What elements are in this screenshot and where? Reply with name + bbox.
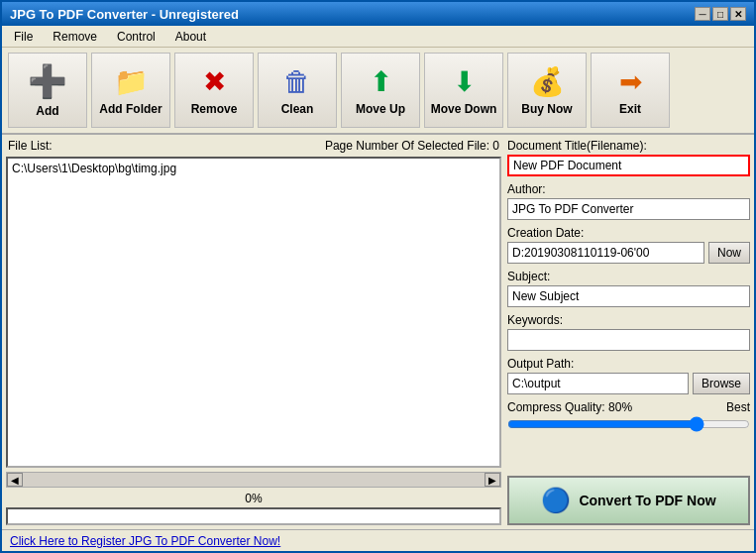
move-down-button[interactable]: ⬇ Move Down [424,53,503,128]
creation-date-row: Now [507,242,750,264]
add-button[interactable]: ➕ Add [8,53,87,128]
now-button[interactable]: Now [708,242,750,264]
buy-icon: 💰 [530,65,565,98]
menu-file[interactable]: File [6,28,41,46]
move-up-icon: ⬆ [370,65,392,98]
convert-button[interactable]: 🔵 Convert To PDF Now [507,476,750,525]
buy-now-button[interactable]: 💰 Buy Now [507,53,587,128]
menu-about[interactable]: About [167,28,214,46]
buy-label: Buy Now [521,102,572,116]
progress-area: 0% [6,492,501,525]
close-button[interactable]: ✕ [730,7,746,21]
add-icon: ➕ [28,62,67,100]
clean-button[interactable]: 🗑 Clean [258,53,337,128]
creation-date-input[interactable] [507,242,704,264]
move-down-icon: ⬇ [453,65,476,98]
document-title-label: Document Title(Filename): [507,139,750,153]
exit-icon: ➡ [619,65,642,98]
convert-icon: 🔵 [541,487,571,514]
clean-label: Clean [281,102,314,116]
main-area: File List: Page Number Of Selected File:… [2,135,754,529]
compress-best: Best [726,400,750,414]
progress-label: 0% [245,492,262,505]
scroll-left-arrow[interactable]: ◀ [7,473,23,487]
title-bar: JPG To PDF Converter - Unregistered ─ □ … [2,2,754,26]
creation-date-group: Creation Date: Now [507,226,750,264]
left-panel: File List: Page Number Of Selected File:… [6,139,501,525]
status-bar: Click Here to Register JPG To PDF Conver… [2,529,754,551]
list-item: C:\Users\1\Desktop\bg\timg.jpg [10,161,497,176]
maximize-button[interactable]: □ [712,7,728,21]
compress-row: Compress Quality: 80% Best [507,400,750,414]
folder-icon: 📁 [114,65,149,98]
output-path-group: Output Path: Browse [507,357,750,394]
output-path-row: Browse [507,373,750,394]
file-list-box[interactable]: C:\Users\1\Desktop\bg\timg.jpg [6,157,501,468]
title-bar-buttons: ─ □ ✕ [695,7,746,21]
output-path-input[interactable] [507,373,689,394]
document-title-group: Document Title(Filename): [507,139,750,176]
keywords-label: Keywords: [507,313,750,327]
output-path-label: Output Path: [507,357,750,371]
remove-button[interactable]: ✖ Remove [174,53,254,128]
menu-bar: File Remove Control About [2,26,754,48]
keywords-group: Keywords: [507,313,750,351]
main-window: JPG To PDF Converter - Unregistered ─ □ … [0,0,756,553]
scroll-right-arrow[interactable]: ▶ [485,473,500,487]
quality-slider[interactable] [507,416,750,432]
remove-icon: ✖ [203,65,226,98]
right-panel: Document Title(Filename): Author: Creati… [507,139,750,525]
horizontal-scrollbar[interactable]: ◀ ▶ [6,472,501,488]
minimize-button[interactable]: ─ [695,7,710,21]
file-list-header: File List: Page Number Of Selected File:… [6,139,501,153]
menu-control[interactable]: Control [109,28,163,46]
add-folder-button[interactable]: 📁 Add Folder [91,53,170,128]
convert-label: Convert To PDF Now [579,493,715,508]
add-label: Add [36,104,58,118]
subject-label: Subject: [507,270,750,283]
register-link[interactable]: Click Here to Register JPG To PDF Conver… [10,534,280,548]
author-label: Author: [507,182,750,196]
file-list-label: File List: [8,139,53,153]
add-folder-label: Add Folder [99,102,162,116]
exit-label: Exit [619,102,641,116]
clean-icon: 🗑 [283,65,311,98]
creation-date-label: Creation Date: [507,226,750,240]
remove-label: Remove [191,102,238,116]
progress-bar-container [6,507,501,525]
move-up-button[interactable]: ⬆ Move Up [341,53,420,128]
window-title: JPG To PDF Converter - Unregistered [10,7,239,22]
move-down-label: Move Down [431,102,497,116]
document-title-input[interactable] [507,155,750,176]
menu-remove[interactable]: Remove [45,28,105,46]
compress-group: Compress Quality: 80% Best [507,400,750,432]
subject-input[interactable] [507,285,750,307]
browse-button[interactable]: Browse [693,373,750,394]
author-input[interactable] [507,198,750,220]
move-up-label: Move Up [356,102,405,116]
toolbar: ➕ Add 📁 Add Folder ✖ Remove 🗑 Clean ⬆ Mo… [2,48,754,135]
keywords-input[interactable] [507,329,750,351]
page-number-label: Page Number Of Selected File: 0 [325,139,499,153]
author-group: Author: [507,182,750,220]
compress-label: Compress Quality: 80% [507,400,632,414]
slider-row [507,416,750,432]
exit-button[interactable]: ➡ Exit [591,53,670,128]
subject-group: Subject: [507,270,750,307]
